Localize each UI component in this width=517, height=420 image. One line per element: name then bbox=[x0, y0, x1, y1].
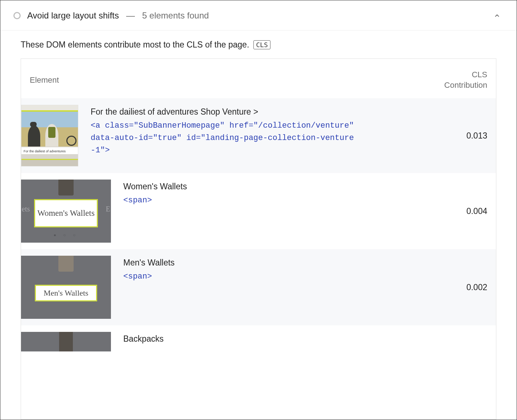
elements-table: Element CLS Contribution For the dailies bbox=[21, 58, 496, 420]
element-name: For the dailiest of adventures Shop Vent… bbox=[91, 107, 435, 117]
cls-value: 0.002 bbox=[447, 256, 487, 319]
element-thumbnail: Men's Wallets bbox=[21, 256, 111, 319]
element-thumbnail: ets E Women's Wallets ● ○ ○ bbox=[21, 180, 111, 243]
element-thumbnail bbox=[21, 332, 111, 351]
chevron-up-icon[interactable] bbox=[493, 12, 501, 19]
element-name: Men's Wallets bbox=[123, 258, 435, 268]
column-element: Element bbox=[30, 75, 433, 85]
separator: — bbox=[126, 11, 135, 21]
audit-panel: Avoid large layout shifts — 5 elements f… bbox=[0, 0, 517, 420]
audit-header[interactable]: Avoid large layout shifts — 5 elements f… bbox=[0, 0, 517, 30]
thumb-label: Men's Wallets bbox=[35, 285, 97, 301]
table-row[interactable]: ets E Women's Wallets ● ○ ○ Women's Wall… bbox=[21, 173, 496, 249]
element-snippet: <a class="SubBannerHomepage" href="/coll… bbox=[91, 120, 355, 157]
element-details: Women's Wallets <span> bbox=[123, 180, 435, 243]
thumb-caption: For the dailiest of adventures bbox=[21, 147, 78, 154]
column-cls: CLS Contribution bbox=[433, 70, 487, 90]
table-row[interactable]: For the dailiest of adventures Shop Vent… bbox=[21, 98, 496, 173]
cls-chip[interactable]: CLS bbox=[253, 40, 270, 49]
table-row[interactable]: Men's Wallets Men's Wallets <span> 0.002 bbox=[21, 249, 496, 325]
cls-value: 0.004 bbox=[447, 180, 487, 243]
element-snippet: <span> bbox=[123, 271, 388, 283]
element-thumbnail: For the dailiest of adventures Shop Vent… bbox=[21, 105, 78, 166]
thumb-label: Women's Wallets bbox=[34, 199, 98, 227]
table-body: For the dailiest of adventures Shop Vent… bbox=[21, 98, 496, 419]
audit-description-row: These DOM elements contribute most to th… bbox=[0, 30, 517, 58]
element-name: Women's Wallets bbox=[123, 182, 435, 192]
audit-description: These DOM elements contribute most to th… bbox=[21, 40, 249, 50]
table-row[interactable]: Backpacks bbox=[21, 325, 496, 351]
carousel-dots-icon: ● ○ ○ bbox=[21, 232, 111, 238]
status-circle-icon bbox=[13, 12, 21, 19]
audit-title: Avoid large layout shifts bbox=[27, 11, 119, 21]
cls-value bbox=[447, 332, 487, 351]
element-details: Men's Wallets <span> bbox=[123, 256, 435, 319]
cls-value: 0.013 bbox=[447, 105, 487, 166]
element-details: Backpacks bbox=[123, 332, 435, 351]
element-snippet: <span> bbox=[123, 194, 388, 207]
element-details: For the dailiest of adventures Shop Vent… bbox=[91, 105, 435, 166]
element-name: Backpacks bbox=[123, 334, 435, 344]
table-header: Element CLS Contribution bbox=[21, 59, 496, 98]
audit-subtitle: 5 elements found bbox=[142, 11, 209, 21]
